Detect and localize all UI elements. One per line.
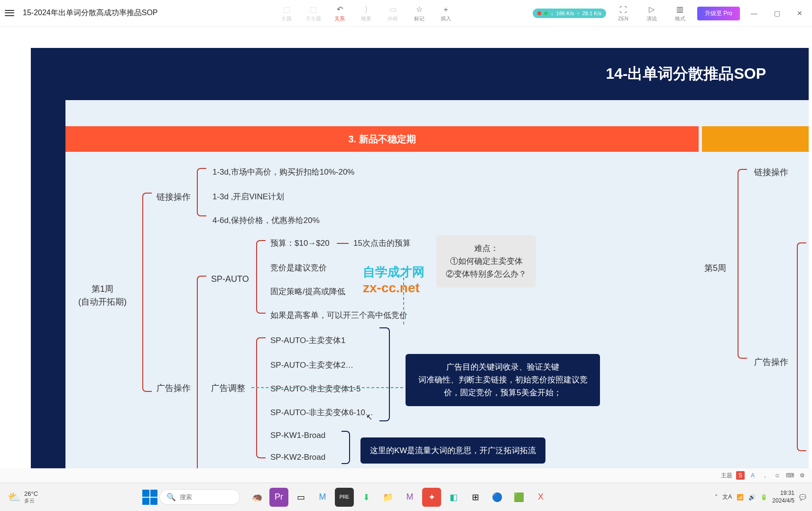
weather-icon: ⛅ [8, 491, 20, 503]
app-7[interactable]: 📁 [378, 488, 397, 507]
app-8[interactable]: M [400, 488, 419, 507]
close-button[interactable]: ✕ [791, 7, 808, 20]
ad-ops-node[interactable]: 广告操作 [157, 382, 191, 394]
boundary-button[interactable]: ▭外框 [381, 2, 404, 25]
app-3[interactable]: ▭ [291, 488, 310, 507]
week1-node[interactable]: 第1周(自动开拓期) [78, 283, 127, 308]
bracket-adops [197, 276, 206, 483]
tray-battery-icon[interactable]: 🔋 [760, 494, 767, 501]
spauto-item-2[interactable]: 竞价是建议竞价 [270, 262, 327, 273]
tray-wifi-icon[interactable]: 📶 [737, 494, 744, 501]
canvas[interactable]: 14-出单词分散推品SOP 3. 新品不稳定期 第1周(自动开拓期) 链接操作 … [0, 27, 812, 483]
clock-date: 2024/4/5 [772, 497, 794, 505]
section-header: 3. 新品不稳定期 [65, 126, 699, 152]
bracket-spauto [256, 240, 266, 314]
adj-item-2[interactable]: SP-AUTO-主卖变体2… [270, 360, 353, 371]
app-11[interactable]: ⊞ [466, 488, 485, 507]
summary-button[interactable]: ⟩概要 [355, 2, 378, 25]
tray-volume-icon[interactable]: 🔊 [748, 494, 756, 501]
week5-node[interactable]: 第5周 [704, 262, 726, 275]
bracket-w5b [797, 242, 806, 451]
bracket-group1 [379, 327, 390, 421]
slide-title: 14-出单词分散推品SOP [606, 64, 766, 84]
spauto-item-3[interactable]: 固定策略/提高或降低 [270, 286, 345, 297]
section-header-2 [702, 126, 809, 152]
adj-item-4[interactable]: SP-AUTO-非主卖变体6-10… [270, 407, 373, 418]
gray-callout[interactable]: 难点：①如何确定主卖变体②变体特别多怎么办？ [436, 235, 536, 288]
adj-item-5[interactable]: SP-KW1-Broad [270, 431, 325, 440]
link-ops-node[interactable]: 链接操作 [157, 191, 191, 203]
format-button[interactable]: ▥格式 [669, 2, 692, 25]
link-item-3[interactable]: 4-6d,保持价格，优惠券给20% [212, 215, 320, 226]
bracket-main [142, 193, 152, 392]
bracket-w5 [738, 169, 747, 359]
ad-adj-node[interactable]: 广告调整 [211, 382, 245, 394]
minimize-button[interactable]: — [746, 7, 763, 20]
upgrade-button[interactable]: 升级至 Pro [697, 7, 740, 20]
chrome-icon[interactable]: 🔵 [488, 488, 507, 507]
marker-button[interactable]: ☆标记 [408, 2, 431, 25]
dark-callout-1[interactable]: 广告目的关键词收录、验证关键词准确性、判断主卖链接，初始竞价按照建议竞价，固定竞… [406, 354, 600, 406]
section-title: 3. 新品不稳定期 [348, 133, 415, 146]
dark-callout-2[interactable]: 这里的KW是流量大词的意思，开广泛拓词拓流 [360, 437, 545, 464]
network-indicator: ↓186 K/s ↑28.1 K/s [533, 9, 606, 18]
conn-budget [337, 243, 349, 244]
ime-settings-icon[interactable]: ⚙ [798, 471, 806, 480]
subtheme-button[interactable]: ⬚子主题 [302, 2, 324, 25]
maximize-button[interactable]: ▢ [768, 7, 785, 20]
present-button[interactable]: ▷演说 [640, 2, 663, 25]
link-ops-2[interactable]: 链接操作 [754, 167, 788, 178]
app-5[interactable]: PRE [335, 488, 354, 507]
zen-button[interactable]: ⛶ZEN [612, 2, 635, 25]
spauto-item-1[interactable]: 预算：$10→$20 [270, 238, 330, 249]
app-1[interactable]: 🦔 [248, 488, 267, 507]
ime-keyboard-icon[interactable]: ⌨ [785, 471, 794, 480]
app-9[interactable]: ✦ [422, 488, 441, 507]
sp-auto-node[interactable]: SP-AUTO [211, 274, 249, 284]
spauto-item-4[interactable]: 如果是高客单，可以开三个高中低竞价 [270, 310, 407, 321]
app-14[interactable]: X [531, 488, 550, 507]
budget-note[interactable]: 15次点击的预算 [353, 238, 411, 249]
ime-punct-icon[interactable]: ， [761, 471, 769, 480]
relation-button[interactable]: ↶关系 [328, 2, 351, 25]
weather-temp: 26°C [24, 490, 38, 497]
theme-button[interactable]: ⬚主题 [275, 2, 298, 25]
adj-item-6[interactable]: SP-KW2-Broad [270, 453, 325, 462]
search-icon: 🔍 [166, 492, 176, 502]
link-item-2[interactable]: 1-3d ,开启VINE计划 [212, 191, 284, 202]
tray-lang-icon[interactable]: 文A [722, 493, 732, 501]
app-13[interactable]: 🟩 [509, 488, 528, 507]
hamburger-menu[interactable] [4, 8, 15, 19]
ime-emoji-icon[interactable]: ☺ [773, 471, 782, 480]
dark-column [31, 100, 65, 483]
status-bar: 主题 S A ， ☺ ⌨ ⚙ [0, 468, 812, 483]
notification-icon[interactable]: 💬 [799, 494, 806, 501]
taskbar-clock[interactable]: 19:31 2024/4/5 [772, 490, 794, 504]
start-button[interactable] [142, 490, 157, 505]
app-10[interactable]: ◧ [444, 488, 463, 507]
document-title: 15-2024年出单词分散高成功率推品SOP [23, 8, 158, 18]
dash1 [403, 268, 404, 325]
tray-up-icon[interactable]: ˄ [715, 494, 718, 501]
dash2 [251, 387, 403, 388]
adj-item-1[interactable]: SP-AUTO-主卖变体1 [270, 335, 345, 346]
app-6[interactable]: ⬇ [357, 488, 376, 507]
clock-time: 19:31 [772, 490, 794, 497]
taskbar-search[interactable]: 🔍 [159, 489, 240, 505]
app-4[interactable]: M [313, 488, 332, 507]
ad-ops-2[interactable]: 广告操作 [754, 356, 788, 368]
adj-item-3[interactable]: SP-AUTO-非主卖变体1-5 [270, 383, 361, 394]
main-toolbar: ⬚主题 ⬚子主题 ↶关系 ⟩概要 ▭外框 ☆标记 ＋插入 [275, 0, 457, 27]
statusbar-label: 主题 [721, 472, 732, 480]
insert-button[interactable]: ＋插入 [434, 2, 457, 25]
ime-mode-icon[interactable]: A [748, 471, 757, 480]
link-item-1[interactable]: 1-3d,市场中高价，购买折扣给10%-20% [212, 167, 354, 177]
app-2[interactable]: Pr [269, 488, 288, 507]
weather-desc: 多云 [24, 497, 38, 504]
bracket-link [197, 168, 206, 216]
taskbar: ⛅ 26°C 多云 🔍 🦔 Pr ▭ M PRE ⬇ 📁 M ✦ ◧ ⊞ 🔵 🟩… [0, 483, 812, 511]
slide-title-band: 14-出单词分散推品SOP [31, 48, 809, 100]
weather-widget[interactable]: ⛅ 26°C 多云 [0, 490, 46, 504]
search-input[interactable] [180, 493, 233, 501]
ime-icon[interactable]: S [736, 471, 745, 480]
